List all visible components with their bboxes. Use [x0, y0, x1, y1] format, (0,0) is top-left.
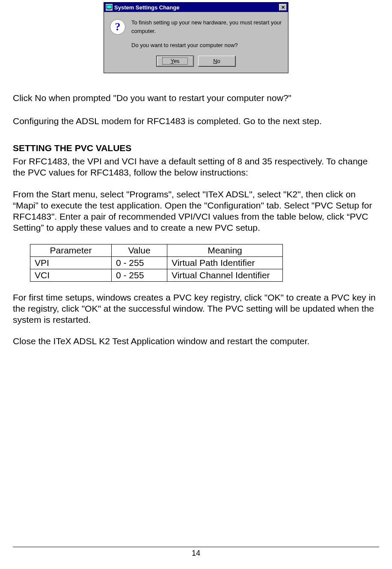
- table-cell-meaning: Virtual Path Identifier: [167, 256, 283, 269]
- system-settings-dialog: System Settings Change ✕ ? To finish set…: [104, 2, 288, 73]
- paragraph-instruction-4: From the Start menu, select "Programs", …: [13, 189, 379, 234]
- section-heading: SETTING THE PVC VALUES: [13, 143, 379, 153]
- paragraph-instruction-1: Click No when prompted "Do you want to r…: [13, 92, 379, 104]
- dialog-screenshot: System Settings Change ✕ ? To finish set…: [13, 0, 379, 73]
- question-icon: ?: [110, 19, 125, 35]
- no-button-label: No: [213, 58, 220, 64]
- no-button[interactable]: No: [198, 56, 236, 67]
- table-header-parameter: Parameter: [30, 244, 112, 256]
- page-footer: 14: [13, 547, 379, 558]
- close-icon: ✕: [281, 5, 285, 10]
- table-cell-value: 0 - 255: [112, 269, 167, 281]
- yes-button[interactable]: Yes: [156, 56, 194, 67]
- paragraph-instruction-5: For first time setups, windows creates a…: [13, 292, 379, 326]
- table-header-row: Parameter Value Meaning: [30, 244, 283, 256]
- paragraph-instruction-3: For RFC1483, the VPI and VCI have a defa…: [13, 156, 379, 179]
- paragraph-instruction-6: Close the ITeX ADSL K2 Test Application …: [13, 336, 379, 347]
- table-header-meaning: Meaning: [167, 244, 283, 256]
- table-row: VPI 0 - 255 Virtual Path Identifier: [30, 256, 283, 269]
- table-cell-value: 0 - 255: [112, 256, 167, 269]
- dialog-message-line1: To finish setting up your new hardware, …: [131, 18, 282, 35]
- dialog-message-line2: Do you want to restart your computer now…: [131, 41, 282, 50]
- paragraph-instruction-2: Configuring the ADSL modem for RFC1483 i…: [13, 116, 379, 127]
- svg-rect-1: [107, 6, 111, 8]
- pvc-values-table: Parameter Value Meaning VPI 0 - 255 Virt…: [30, 244, 283, 282]
- table-cell-parameter: VPI: [30, 256, 112, 269]
- system-icon: [106, 4, 113, 11]
- table-cell-parameter: VCI: [30, 269, 112, 281]
- dialog-title: System Settings Change: [114, 4, 179, 11]
- svg-rect-2: [108, 9, 110, 10]
- table-header-value: Value: [112, 244, 167, 256]
- table-cell-meaning: Virtual Channel Identifier: [167, 269, 283, 281]
- yes-button-label: Yes: [162, 57, 187, 65]
- table-row: VCI 0 - 255 Virtual Channel Identifier: [30, 269, 283, 281]
- close-button[interactable]: ✕: [279, 4, 287, 11]
- dialog-titlebar: System Settings Change ✕: [104, 3, 288, 12]
- dialog-message: To finish setting up your new hardware, …: [131, 18, 282, 50]
- page-number: 14: [192, 549, 200, 557]
